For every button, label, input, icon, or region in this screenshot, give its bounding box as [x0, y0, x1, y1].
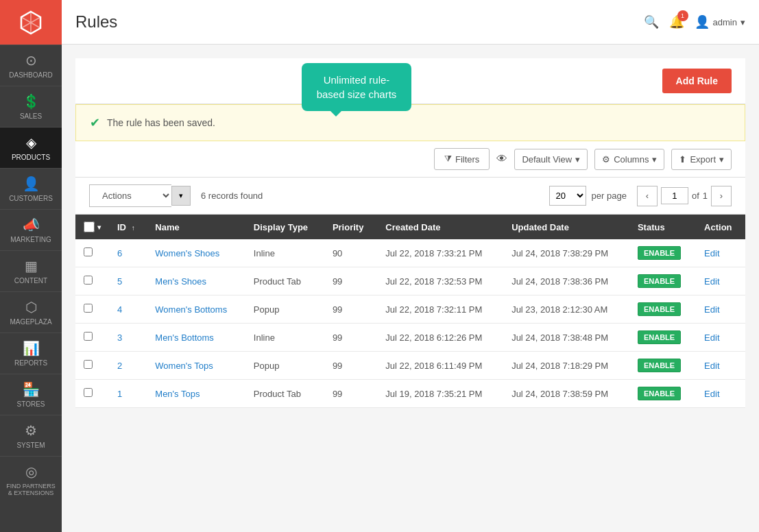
row-id-link[interactable]: 3 — [117, 332, 122, 343]
sidebar-item-sales[interactable]: 💲 SALES — [0, 86, 62, 127]
tooltip-bubble: Unlimited rule-based size charts — [302, 63, 411, 111]
page-of-label: of — [692, 191, 699, 201]
status-badge: ENABLE — [638, 330, 681, 344]
row-name-link[interactable]: Men's Shoes — [155, 276, 206, 287]
row-checkbox[interactable] — [84, 388, 93, 397]
th-priority[interactable]: Priority — [324, 215, 377, 239]
th-created-date[interactable]: Created Date — [377, 215, 503, 239]
eye-icon: 👁 — [496, 153, 507, 165]
th-status[interactable]: Status — [629, 215, 696, 239]
select-all-checkbox[interactable] — [84, 221, 95, 232]
sidebar-item-label: FIND PARTNERS & EXTENSIONS — [3, 483, 58, 496]
prev-page-button[interactable]: ‹ — [637, 186, 658, 206]
row-display-type: Popup — [245, 295, 324, 324]
row-id-link[interactable]: 5 — [117, 276, 122, 287]
next-page-button[interactable]: › — [711, 186, 732, 206]
actions-select[interactable]: Actions — [89, 184, 171, 207]
sidebar-item-mageplaza[interactable]: ⬡ MAGEPLAZA — [0, 291, 62, 332]
per-page-select[interactable]: 20 50 100 — [549, 186, 586, 206]
row-edit-link[interactable]: Edit — [704, 332, 719, 343]
th-status-label: Status — [638, 222, 665, 232]
sidebar-item-label: SALES — [20, 112, 42, 120]
row-name-link[interactable]: Women's Shoes — [155, 248, 219, 258]
row-display-type: Product Tab — [245, 267, 324, 295]
row-edit-link[interactable]: Edit — [704, 276, 719, 287]
row-status: ENABLE — [629, 267, 696, 295]
th-id[interactable]: ID ↑ — [109, 215, 147, 239]
admin-menu[interactable]: 👤 admin ▾ — [695, 14, 745, 29]
th-priority-label: Priority — [333, 222, 364, 232]
add-rule-button[interactable]: Add Rule — [662, 69, 732, 93]
th-updated-date[interactable]: Updated Date — [503, 215, 629, 239]
view-selector[interactable]: Default View ▾ — [514, 149, 588, 170]
th-display-type[interactable]: Display Type — [245, 215, 324, 239]
columns-button[interactable]: ⚙ Columns ▾ — [594, 149, 664, 170]
row-id-link[interactable]: 6 — [117, 248, 122, 258]
actions-dropdown-button[interactable]: ▾ — [171, 186, 191, 206]
sidebar-item-content[interactable]: ▦ CONTENT — [0, 250, 62, 291]
page-number-input[interactable] — [661, 187, 688, 204]
content-icon: ▦ — [25, 258, 38, 274]
row-checkbox[interactable] — [84, 247, 93, 256]
stores-icon: 🏪 — [23, 381, 40, 398]
table-row: 6 Women's Shoes Inline 90 Jul 22, 2018 7… — [75, 239, 745, 267]
row-id: 5 — [109, 267, 147, 295]
row-id-link[interactable]: 1 — [117, 389, 122, 399]
row-priority: 99 — [324, 380, 377, 408]
row-name: Women's Tops — [147, 352, 245, 380]
tooltip-text: Unlimited rule-based size charts — [317, 74, 397, 100]
sidebar-item-reports[interactable]: 📊 REPORTS — [0, 332, 62, 374]
row-name-link[interactable]: Men's Bottoms — [155, 332, 214, 343]
th-checkbox-dropdown[interactable]: ▾ — [97, 223, 101, 231]
row-checkbox[interactable] — [84, 304, 93, 313]
row-name-link[interactable]: Women's Bottoms — [155, 304, 227, 315]
row-display-type: Inline — [245, 239, 324, 267]
row-checkbox-cell — [75, 324, 109, 352]
row-id: 6 — [109, 239, 147, 267]
sidebar-item-label: MARKETING — [10, 236, 51, 243]
row-priority: 90 — [324, 239, 377, 267]
records-found: 6 records found — [201, 191, 263, 201]
row-edit-link[interactable]: Edit — [704, 248, 719, 258]
row-edit-link[interactable]: Edit — [704, 304, 719, 315]
row-status: ENABLE — [629, 380, 696, 408]
row-priority: 99 — [324, 324, 377, 352]
sidebar-logo — [0, 0, 62, 45]
row-action: Edit — [696, 267, 745, 295]
sidebar-item-marketing[interactable]: 📣 MARKETING — [0, 209, 62, 250]
row-checkbox[interactable] — [84, 276, 93, 285]
row-updated-date: Jul 23, 2018 2:12:30 AM — [503, 295, 629, 324]
row-display-type: Inline — [245, 324, 324, 352]
actions-row: Actions ▾ 6 records found 20 50 100 per … — [75, 178, 745, 215]
sidebar-item-findpartners[interactable]: ◎ FIND PARTNERS & EXTENSIONS — [0, 456, 62, 503]
mageplaza-icon: ⬡ — [25, 299, 37, 315]
row-checkbox[interactable] — [84, 332, 93, 341]
export-button[interactable]: ⬆ Export ▾ — [671, 149, 732, 170]
row-edit-link[interactable]: Edit — [704, 361, 719, 371]
page-title: Rules — [75, 12, 117, 32]
filters-button[interactable]: ⧩ Filters — [434, 148, 490, 170]
row-edit-link[interactable]: Edit — [704, 389, 719, 399]
row-display-type: Popup — [245, 352, 324, 380]
sidebar-item-customers[interactable]: 👤 CUSTOMERS — [0, 168, 62, 209]
scrollable-content: Add Rule ✔ The rule has been saved. Unli… — [62, 45, 759, 532]
sidebar-item-label: CUSTOMERS — [9, 195, 53, 202]
row-name-link[interactable]: Women's Tops — [155, 361, 213, 371]
sidebar-item-products[interactable]: ◈ PRODUCTS — [0, 127, 62, 168]
check-icon: ✔ — [90, 115, 100, 130]
sidebar-item-dashboard[interactable]: ⊙ DASHBOARD — [0, 45, 62, 86]
admin-label: admin — [713, 17, 737, 27]
row-id-link[interactable]: 4 — [117, 304, 122, 315]
sidebar-item-stores[interactable]: 🏪 STORES — [0, 374, 62, 415]
row-checkbox[interactable] — [84, 360, 93, 369]
filter-icon: ⧩ — [444, 154, 452, 165]
notification-bell[interactable]: 🔔 1 — [669, 14, 684, 29]
sidebar-item-system[interactable]: ⚙ SYSTEM — [0, 415, 62, 456]
row-id-link[interactable]: 2 — [117, 361, 122, 371]
row-name-link[interactable]: Men's Tops — [155, 389, 200, 399]
system-icon: ⚙ — [25, 422, 37, 439]
th-name[interactable]: Name — [147, 215, 245, 239]
table-row: 4 Women's Bottoms Popup 99 Jul 22, 2018 … — [75, 295, 745, 324]
row-priority: 99 — [324, 295, 377, 324]
search-icon[interactable]: 🔍 — [644, 14, 659, 29]
